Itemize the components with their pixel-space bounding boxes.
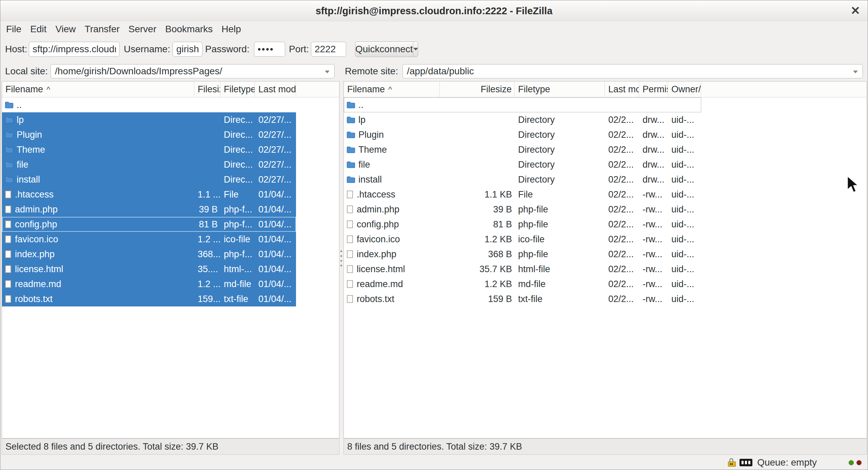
file-row[interactable]: ThemeDirec...02/27/...: [2, 142, 296, 157]
column-header-owner[interactable]: Owner/Group: [668, 81, 701, 97]
filetype-cell: [220, 97, 255, 112]
column-header-permissions[interactable]: Permissions: [639, 81, 668, 97]
remote-status-text: 8 files and 5 directories. Total size: 3…: [343, 438, 867, 455]
menu-transfer[interactable]: Transfer: [80, 24, 124, 35]
file-row[interactable]: config.php81 Bphp-file02/2...-rw...uid-.…: [344, 217, 701, 232]
file-name: lp: [358, 112, 366, 127]
file-row[interactable]: .htaccess1.1 ...File01/04/...: [2, 187, 296, 202]
file-row[interactable]: index.php368 Bphp-file02/2...-rw...uid-.…: [344, 247, 701, 262]
username-input[interactable]: [173, 42, 202, 57]
filetype-cell: php-file: [515, 217, 605, 232]
column-header-filetype[interactable]: Filetype: [220, 81, 255, 97]
modified-cell: 01/04/...: [255, 202, 296, 217]
file-name: license.html: [357, 262, 405, 277]
folder-icon: [5, 131, 14, 138]
remote-site-path: /app/data/public: [407, 66, 474, 76]
filesize-cell: [440, 142, 515, 157]
owner-cell: uid-...: [668, 112, 701, 127]
quickconnect-dropdown[interactable]: [413, 42, 418, 57]
modified-cell: 01/04/...: [255, 292, 296, 306]
permissions-cell: -rw...: [639, 292, 668, 306]
port-input[interactable]: [311, 42, 346, 57]
remote-site-combo[interactable]: /app/data/public: [402, 64, 863, 78]
filename-cell: Plugin: [344, 127, 440, 142]
column-header-filename[interactable]: Filename^: [344, 81, 440, 97]
column-header-filesize[interactable]: Filesize: [194, 81, 220, 97]
file-row[interactable]: config.php81 Bphp-f...01/04/...: [2, 217, 296, 232]
lock-body: [728, 462, 736, 467]
file-row[interactable]: license.html35.7 KBhtml-file02/2...-rw..…: [344, 262, 701, 277]
file-row[interactable]: robots.txt159...txt-file01/04/...: [2, 292, 296, 306]
filename-cell: ..: [2, 97, 194, 112]
file-row[interactable]: installDirectory02/2...drw...uid-...: [344, 172, 701, 187]
modified-cell: 02/2...: [605, 142, 639, 157]
file-row[interactable]: favicon.ico1.2 KBico-file02/2...-rw...ui…: [344, 232, 701, 247]
file-row[interactable]: admin.php39 Bphp-f...01/04/...: [2, 202, 296, 217]
host-input[interactable]: [29, 42, 120, 57]
column-header-modified[interactable]: Last modified: [605, 81, 639, 97]
permissions-cell: drw...: [639, 157, 668, 172]
column-header-modified[interactable]: Last modified: [255, 81, 296, 97]
filesize-cell: 368...: [194, 247, 220, 262]
pane-splitter[interactable]: [339, 81, 343, 438]
permissions-cell: -rw...: [639, 262, 668, 277]
menu-file[interactable]: File: [2, 24, 26, 35]
file-row[interactable]: ..: [2, 97, 296, 112]
file-row[interactable]: index.php368...php-f...01/04/...: [2, 247, 296, 262]
file-row[interactable]: fileDirec...02/27/...: [2, 157, 296, 172]
file-row[interactable]: installDirec...02/27/...: [2, 172, 296, 187]
file-row[interactable]: PluginDirec...02/27/...: [2, 127, 296, 142]
owner-cell: uid-...: [668, 202, 701, 217]
file-icon: [5, 190, 12, 199]
quickconnect-bar: Host: Username: Password: •••• Port: Qui…: [0, 37, 868, 61]
column-header-filename[interactable]: Filename^: [2, 81, 194, 97]
file-name: admin.php: [357, 202, 399, 217]
file-row[interactable]: admin.php39 Bphp-file02/2...-rw...uid-..…: [344, 202, 701, 217]
file-row[interactable]: license.html35....html-...01/04/...: [2, 262, 296, 277]
modified-cell: 02/27/...: [255, 142, 296, 157]
local-site-combo[interactable]: /home/girish/Downloads/ImpressPages/: [51, 64, 335, 78]
modified-cell: 02/2...: [605, 157, 639, 172]
file-row[interactable]: ThemeDirectory02/2...drw...uid-...: [344, 142, 701, 157]
owner-cell: uid-...: [668, 247, 701, 262]
modified-cell: 02/2...: [605, 187, 639, 202]
folder-icon: [347, 116, 355, 124]
owner-cell: uid-...: [668, 187, 701, 202]
menu-server[interactable]: Server: [124, 24, 161, 35]
close-icon[interactable]: ✕: [851, 0, 861, 21]
menu-help[interactable]: Help: [217, 24, 245, 35]
filesize-cell: 159...: [194, 292, 220, 306]
permissions-cell: -rw...: [639, 247, 668, 262]
quickconnect-button[interactable]: Quickconnect: [355, 41, 418, 57]
menu-view[interactable]: View: [51, 24, 80, 35]
menu-bookmarks[interactable]: Bookmarks: [161, 24, 217, 35]
file-row[interactable]: lpDirec...02/27/...: [2, 112, 296, 127]
file-row[interactable]: fileDirectory02/2...drw...uid-...: [344, 157, 701, 172]
file-row[interactable]: lpDirectory02/2...drw...uid-...: [344, 112, 701, 127]
file-row[interactable]: favicon.ico1.2 ...ico-file01/04/...: [2, 232, 296, 247]
file-row[interactable]: robots.txt159 Btxt-file02/2...-rw...uid-…: [344, 292, 701, 306]
filesize-cell: 81 B: [194, 217, 220, 232]
file-name: admin.php: [15, 202, 58, 217]
filetype-cell: Direc...: [220, 112, 255, 127]
file-row[interactable]: readme.md1.2 ...md-file01/04/...: [2, 277, 296, 292]
file-row[interactable]: PluginDirectory02/2...drw...uid-...: [344, 127, 701, 142]
quickconnect-button-label: Quickconnect: [355, 42, 413, 57]
permissions-cell: [639, 97, 668, 112]
permissions-cell: -rw...: [639, 187, 668, 202]
filesize-cell: [194, 172, 220, 187]
filetype-cell: Direc...: [220, 142, 255, 157]
menu-edit[interactable]: Edit: [26, 24, 51, 35]
column-header-filetype[interactable]: Filetype: [515, 81, 605, 97]
file-icon: [347, 280, 354, 288]
password-input[interactable]: ••••: [254, 42, 285, 57]
file-row[interactable]: ..: [344, 97, 701, 112]
file-name: ..: [358, 97, 363, 112]
column-header-filesize[interactable]: Filesize: [440, 81, 515, 97]
file-row[interactable]: .htaccess1.1 KBFile02/2...-rw...uid-...: [344, 187, 701, 202]
folder-icon: [347, 131, 355, 138]
file-row[interactable]: readme.md1.2 KBmd-file02/2...-rw...uid-.…: [344, 277, 701, 292]
permissions-cell: drw...: [639, 142, 668, 157]
file-name: readme.md: [15, 277, 61, 292]
filesize-cell: [194, 142, 220, 157]
